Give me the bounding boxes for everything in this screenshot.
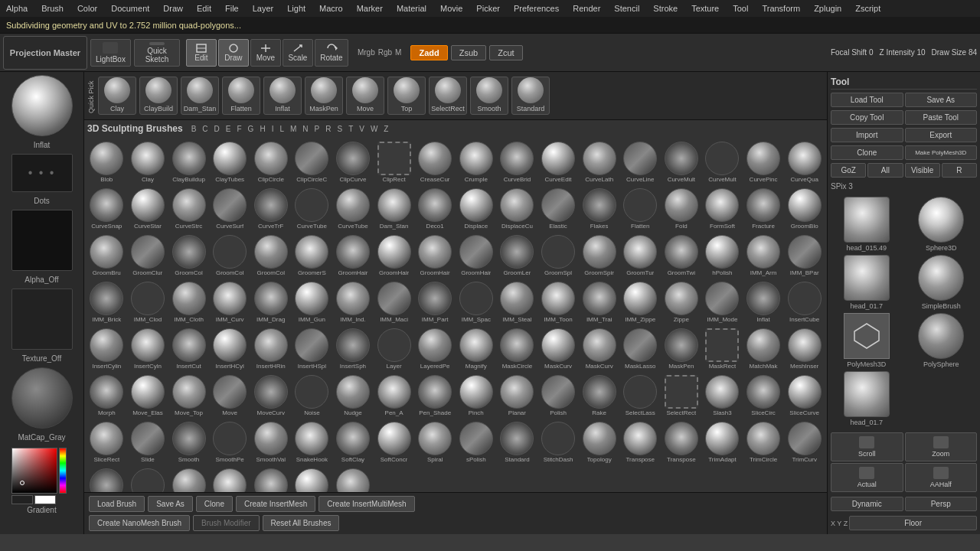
qp-brush-top[interactable]: Top bbox=[387, 77, 426, 115]
menu-draw[interactable]: Draw bbox=[160, 4, 186, 13]
save-as-btn[interactable]: Save As bbox=[148, 496, 193, 512]
qp-brush-standard[interactable]: Standard bbox=[511, 77, 550, 115]
brush-item-clipcurve[interactable]: ClipCurve bbox=[334, 140, 373, 184]
menu-brush[interactable]: Brush bbox=[38, 4, 67, 13]
rotate-btn[interactable]: Rotate bbox=[315, 39, 348, 67]
brush-item-transpose[interactable]: Transpose bbox=[621, 420, 660, 465]
brush-item-morph[interactable]: Morph bbox=[87, 373, 126, 418]
head-tool-2[interactable]: head_01.7 bbox=[831, 255, 903, 310]
qp-brush-smooth[interactable]: Smooth bbox=[470, 77, 508, 115]
brush-item-groomhair[interactable]: GroomHair bbox=[374, 233, 413, 278]
brush-item-spolish[interactable]: sPolish bbox=[456, 420, 495, 465]
brush-item-groomspir[interactable]: GroomSpir bbox=[580, 233, 619, 278]
zoom-btn[interactable]: Zoom bbox=[905, 432, 978, 461]
brush-item-immclod[interactable]: IMM_Clod bbox=[129, 280, 168, 324]
scroll-btn[interactable]: Scroll bbox=[831, 432, 903, 461]
brush-item-matchmak[interactable]: MatchMak bbox=[744, 327, 783, 371]
brush-item-selectrect[interactable]: SelectRect bbox=[662, 373, 701, 418]
brush-item-curveedit[interactable]: CurveEdit bbox=[539, 140, 578, 184]
menu-file[interactable]: File bbox=[222, 4, 242, 13]
simpbrush-tool[interactable]: SimpleBrush bbox=[906, 255, 978, 310]
brush-item-groomhair[interactable]: GroomHair bbox=[334, 233, 373, 278]
brush-item-flakes[interactable]: Flakes bbox=[580, 187, 619, 231]
brush-item-crumple[interactable]: Crumple bbox=[456, 140, 495, 184]
brush-item-groomcol[interactable]: GroomCol bbox=[169, 233, 208, 278]
menu-color[interactable]: Color bbox=[74, 4, 100, 13]
brush-item-insertcube[interactable]: InsertCube bbox=[785, 280, 824, 324]
quick-sketch-btn[interactable]: Quick Sketch bbox=[134, 39, 180, 67]
qp-brush-maskpen[interactable]: MaskPen bbox=[305, 77, 343, 115]
scale-btn[interactable]: Scale bbox=[283, 39, 313, 67]
brush-item-creasecur[interactable]: CreaseCur bbox=[416, 140, 455, 184]
brush-item-trimcircle[interactable]: TrimCircle bbox=[744, 420, 783, 465]
brush-item-polish[interactable]: Polish bbox=[539, 373, 578, 418]
menu-alpha[interactable]: Alpha bbox=[3, 4, 31, 13]
menu-stencil[interactable]: Stencil bbox=[611, 4, 642, 13]
brush-item-inflat[interactable]: Inflat bbox=[744, 280, 783, 324]
floor-btn[interactable]: Floor bbox=[849, 516, 977, 530]
brush-item-curvesnap[interactable]: CurveSnap bbox=[87, 187, 126, 231]
brush-item-insertcyln[interactable]: InsertCyln bbox=[129, 327, 168, 371]
brush-item-curvetrf[interactable]: CurveTrF bbox=[251, 187, 290, 231]
load-brush-btn[interactable]: Load Brush bbox=[89, 496, 145, 512]
brush-item-claytubes[interactable]: ClayTubes bbox=[211, 140, 250, 184]
menu-document[interactable]: Document bbox=[108, 4, 152, 13]
brush-item-immarm[interactable]: IMM_Arm bbox=[744, 233, 783, 278]
brush-item-inserthcyl[interactable]: InsertHCyl bbox=[211, 327, 250, 371]
brush-item-softconcr[interactable]: SoftConcr bbox=[374, 420, 413, 465]
brush-item-immdrag[interactable]: IMM_Drag bbox=[251, 280, 290, 324]
brush-item-softclay[interactable]: SoftClay bbox=[334, 420, 373, 465]
paste-tool-btn[interactable]: Paste Tool bbox=[905, 110, 978, 125]
brush-item-insertcut[interactable]: InsertCut bbox=[169, 327, 208, 371]
brush-item-groomcol[interactable]: GroomCol bbox=[211, 233, 250, 278]
brush-item-claybuildup[interactable]: ClayBuildup bbox=[169, 140, 208, 184]
alpha-filter-g[interactable]: G bbox=[246, 124, 256, 134]
qp-brush-flatten[interactable]: Flatten bbox=[222, 77, 260, 115]
brush-item-immmaci[interactable]: IMM_Maci bbox=[374, 280, 413, 324]
brush-item-immpart[interactable]: IMM_Part bbox=[416, 280, 455, 324]
aahalf-btn[interactable]: AAHalf bbox=[905, 463, 978, 492]
menu-movie[interactable]: Movie bbox=[437, 4, 466, 13]
visible-btn[interactable]: Visible bbox=[905, 163, 940, 178]
brush-item-slide[interactable]: Slide bbox=[129, 420, 168, 465]
brush-item-groomclur[interactable]: GroomClur bbox=[129, 233, 168, 278]
menu-edit[interactable]: Edit bbox=[194, 4, 214, 13]
brush-item-immspac[interactable]: IMM_Spac bbox=[456, 280, 495, 324]
brush-item-groomtur[interactable]: GroomTur bbox=[621, 233, 660, 278]
brush-item-immtoon[interactable]: IMM_Toon bbox=[539, 280, 578, 324]
brush-item-immzippe[interactable]: IMM_Zippe bbox=[621, 280, 660, 324]
brush-item-pena[interactable]: Pen_A bbox=[374, 373, 413, 418]
brush-item-smooth[interactable]: Smooth bbox=[169, 420, 208, 465]
brush-item-layeredpe[interactable]: LayeredPe bbox=[416, 327, 455, 371]
brush-item-zippe[interactable]: Zippe bbox=[662, 280, 701, 324]
alpha-filter-f[interactable]: F bbox=[235, 124, 244, 134]
alpha-filter-w[interactable]: W bbox=[368, 124, 380, 134]
brush-item-slash3[interactable]: Slash3 bbox=[703, 373, 742, 418]
brush-item-slicecurve[interactable]: SliceCurve bbox=[785, 373, 824, 418]
import-btn[interactable]: Import bbox=[831, 128, 903, 142]
menu-marker[interactable]: Marker bbox=[354, 4, 386, 13]
brush-item-inserthspl[interactable]: InsertHSpl bbox=[292, 327, 332, 371]
brush-item-clay[interactable]: Clay bbox=[129, 140, 168, 184]
brush-item-masklasso[interactable]: MaskLasso bbox=[621, 327, 660, 371]
brush-item-clipcirclec[interactable]: ClipCircleC bbox=[292, 140, 332, 184]
alpha-preview[interactable] bbox=[11, 210, 73, 271]
clone-btn[interactable]: Clone bbox=[196, 496, 233, 512]
clone-tool-btn[interactable]: Clone bbox=[831, 145, 903, 160]
qp-brush-damstan[interactable]: Dam_Stan bbox=[181, 77, 219, 115]
brush-item-curvebrid[interactable]: CurveBrid bbox=[498, 140, 537, 184]
brush-item-groombru[interactable]: GroomBru bbox=[87, 233, 126, 278]
brush-item-movetop[interactable]: Move_Top bbox=[169, 373, 208, 418]
brush-item-groomtwi[interactable]: GroomTwi bbox=[662, 233, 701, 278]
menu-preferences[interactable]: Preferences bbox=[511, 4, 562, 13]
alpha-filter-b[interactable]: B bbox=[189, 124, 199, 134]
brush-item-immbpar[interactable]: IMM_BPar bbox=[785, 233, 824, 278]
brush-item-wavel[interactable]: Wavel bbox=[211, 467, 250, 492]
menu-material[interactable]: Material bbox=[394, 4, 430, 13]
brush-item-groomspl[interactable]: GroomSpl bbox=[539, 233, 578, 278]
brush-item-planar[interactable]: Planar bbox=[498, 373, 537, 418]
brush-item-meshinser[interactable]: MeshInser bbox=[785, 327, 824, 371]
copy-tool-btn[interactable]: Copy Tool bbox=[831, 110, 903, 125]
brush-item-topology[interactable]: Topology bbox=[580, 420, 619, 465]
brush-item-zmodeler[interactable]: ZModeler bbox=[251, 467, 290, 492]
